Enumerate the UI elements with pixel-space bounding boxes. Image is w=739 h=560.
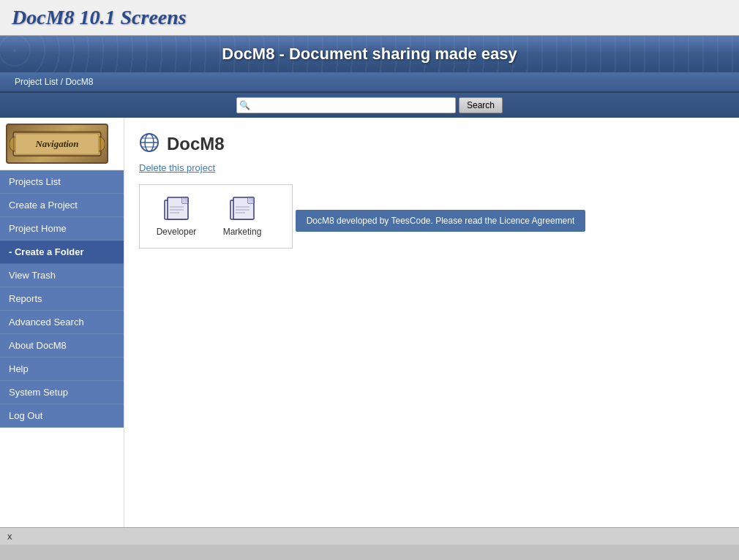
nav-logo-image: Navigation xyxy=(6,124,108,164)
folder-icon-developer xyxy=(160,196,192,224)
svg-rect-1 xyxy=(10,137,21,151)
nav-logo: Navigation xyxy=(0,118,124,170)
svg-rect-3 xyxy=(15,134,99,154)
sidebar-item-create-folder[interactable]: - Create a Folder xyxy=(0,241,124,264)
main-layout: Navigation Projects List Create a Projec… xyxy=(0,118,739,527)
search-button[interactable]: Search xyxy=(459,97,503,113)
breadcrumb: Project List / DocM8 xyxy=(15,77,93,87)
sidebar-item-advanced-search[interactable]: Advanced Search xyxy=(0,311,124,334)
search-input-wrapper: 🔍 xyxy=(236,97,456,113)
breadcrumb-project-list[interactable]: Project List xyxy=(15,77,58,87)
nav-logo-svg: Navigation xyxy=(10,126,105,162)
sidebar-item-project-home[interactable]: Project Home xyxy=(0,217,124,241)
sidebar-item-logout[interactable]: Log Out xyxy=(0,404,124,428)
sidebar-item-view-trash[interactable]: View Trash xyxy=(0,264,124,287)
folder-item-developer[interactable]: Developer xyxy=(151,196,202,237)
breadcrumb-current: DocM8 xyxy=(65,77,93,87)
sidebar-item-help[interactable]: Help xyxy=(0,357,124,381)
folder-icon-marketing xyxy=(226,196,258,224)
svg-text:Navigation: Navigation xyxy=(34,138,78,149)
breadcrumb-bar: Project List / DocM8 xyxy=(0,72,739,93)
sidebar: Navigation Projects List Create a Projec… xyxy=(0,118,124,527)
folder-label-marketing: Marketing xyxy=(223,227,262,237)
sidebar-item-about[interactable]: About DocM8 xyxy=(0,334,124,357)
header-title: DocM8 - Document sharing made easy xyxy=(15,45,724,64)
folder-label-developer: Developer xyxy=(157,227,197,237)
project-title: DocM8 xyxy=(167,134,225,154)
globe-icon xyxy=(139,132,160,155)
sidebar-item-system-setup[interactable]: System Setup xyxy=(0,381,124,404)
footer-notice: DocM8 developed by TeesCode. Please read… xyxy=(296,210,586,232)
nav-items: Projects List Create a Project Project H… xyxy=(0,170,124,428)
search-input[interactable] xyxy=(236,97,456,113)
search-icon: 🔍 xyxy=(239,100,250,110)
project-header: DocM8 xyxy=(139,132,724,155)
sidebar-item-projects-list[interactable]: Projects List xyxy=(0,170,124,194)
sidebar-item-reports[interactable]: Reports xyxy=(0,287,124,311)
svg-rect-2 xyxy=(93,137,105,151)
delete-project-link[interactable]: Delete this project xyxy=(139,162,724,173)
search-bar: 🔍 Search xyxy=(0,93,739,118)
app-title: DocM8 10.1 Screens xyxy=(12,6,187,29)
bottom-bar: x xyxy=(0,527,739,545)
sidebar-item-create-project[interactable]: Create a Project xyxy=(0,194,124,217)
content-area: DocM8 Delete this project xyxy=(124,118,739,527)
folders-container: Developer xyxy=(139,184,293,249)
folder-item-marketing[interactable]: Marketing xyxy=(217,196,268,237)
top-banner: DocM8 10.1 Screens xyxy=(0,0,739,36)
svg-rect-0 xyxy=(13,132,101,156)
header-bar: DocM8 - Document sharing made easy xyxy=(0,36,739,72)
close-button[interactable]: x xyxy=(7,531,12,542)
